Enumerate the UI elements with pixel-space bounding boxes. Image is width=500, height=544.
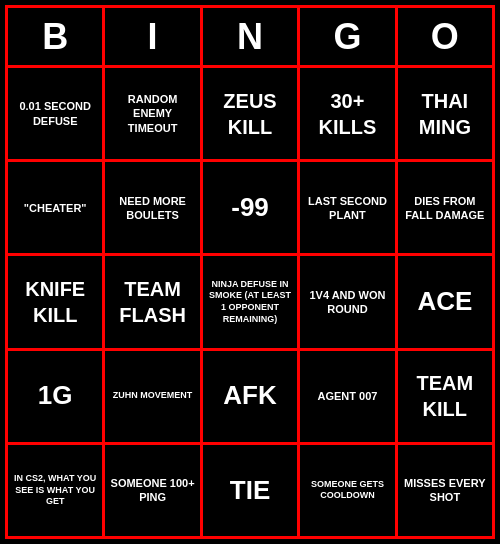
bingo-cell: ZUHN MOVEMENT <box>105 351 202 442</box>
bingo-cell: TIE <box>203 445 300 536</box>
cell-text: "CHEATER" <box>24 201 87 215</box>
cell-text: TEAM FLASH <box>109 276 195 328</box>
header-letter: I <box>105 8 202 65</box>
bingo-row: IN CS2, WHAT YOU SEE IS WHAT YOU GETSOME… <box>8 445 492 536</box>
bingo-row: 0.01 SECOND DEFUSERANDOM ENEMY TIMEOUTZE… <box>8 68 492 162</box>
bingo-cell: KNIFE KILL <box>8 256 105 347</box>
cell-text: LAST SECOND PLANT <box>304 194 390 223</box>
bingo-cell: 0.01 SECOND DEFUSE <box>8 68 105 159</box>
cell-text: ACE <box>417 285 472 319</box>
cell-text: IN CS2, WHAT YOU SEE IS WHAT YOU GET <box>12 473 98 508</box>
cell-text: RANDOM ENEMY TIMEOUT <box>109 92 195 135</box>
bingo-card: BINGO 0.01 SECOND DEFUSERANDOM ENEMY TIM… <box>5 5 495 539</box>
cell-text: 1V4 AND WON ROUND <box>304 288 390 317</box>
cell-text: TIE <box>230 474 270 508</box>
cell-text: DIES FROM FALL DAMAGE <box>402 194 488 223</box>
cell-text: AGENT 007 <box>317 389 377 403</box>
header-letter: B <box>8 8 105 65</box>
bingo-cell: LAST SECOND PLANT <box>300 162 397 253</box>
bingo-cell: THAI MING <box>398 68 492 159</box>
bingo-row: KNIFE KILLTEAM FLASHNINJA DEFUSE IN SMOK… <box>8 256 492 350</box>
bingo-cell: DIES FROM FALL DAMAGE <box>398 162 492 253</box>
bingo-cell: 1G <box>8 351 105 442</box>
bingo-cell: 30+ KILLS <box>300 68 397 159</box>
bingo-row: 1GZUHN MOVEMENTAFKAGENT 007TEAM KILL <box>8 351 492 445</box>
cell-text: ZUHN MOVEMENT <box>113 390 193 402</box>
cell-text: SOMEONE GETS COOLDOWN <box>304 479 390 502</box>
bingo-cell: NEED MORE BOULETS <box>105 162 202 253</box>
cell-text: THAI MING <box>402 88 488 140</box>
cell-text: NINJA DEFUSE IN SMOKE (AT LEAST 1 OPPONE… <box>207 279 293 326</box>
header-letter: O <box>398 8 492 65</box>
cell-text: 0.01 SECOND DEFUSE <box>12 99 98 128</box>
cell-text: TEAM KILL <box>402 370 488 422</box>
bingo-cell: IN CS2, WHAT YOU SEE IS WHAT YOU GET <box>8 445 105 536</box>
bingo-header: BINGO <box>8 8 492 68</box>
bingo-cell: ZEUS KILL <box>203 68 300 159</box>
cell-text: -99 <box>231 191 269 225</box>
cell-text: SOMEONE 100+ PING <box>109 476 195 505</box>
cell-text: MISSES EVERY SHOT <box>402 476 488 505</box>
bingo-cell: AFK <box>203 351 300 442</box>
bingo-cell: -99 <box>203 162 300 253</box>
bingo-cell: RANDOM ENEMY TIMEOUT <box>105 68 202 159</box>
cell-text: NEED MORE BOULETS <box>109 194 195 223</box>
cell-text: 30+ KILLS <box>304 88 390 140</box>
bingo-cell: TEAM KILL <box>398 351 492 442</box>
bingo-cell: MISSES EVERY SHOT <box>398 445 492 536</box>
cell-text: KNIFE KILL <box>12 276 98 328</box>
bingo-cell: TEAM FLASH <box>105 256 202 347</box>
bingo-cell: SOMEONE 100+ PING <box>105 445 202 536</box>
cell-text: AFK <box>223 379 276 413</box>
bingo-grid: 0.01 SECOND DEFUSERANDOM ENEMY TIMEOUTZE… <box>8 68 492 536</box>
bingo-cell: AGENT 007 <box>300 351 397 442</box>
bingo-cell: "CHEATER" <box>8 162 105 253</box>
cell-text: ZEUS KILL <box>207 88 293 140</box>
cell-text: 1G <box>38 379 73 413</box>
bingo-cell: SOMEONE GETS COOLDOWN <box>300 445 397 536</box>
header-letter: N <box>203 8 300 65</box>
bingo-cell: NINJA DEFUSE IN SMOKE (AT LEAST 1 OPPONE… <box>203 256 300 347</box>
header-letter: G <box>300 8 397 65</box>
bingo-cell: ACE <box>398 256 492 347</box>
bingo-row: "CHEATER"NEED MORE BOULETS-99LAST SECOND… <box>8 162 492 256</box>
bingo-cell: 1V4 AND WON ROUND <box>300 256 397 347</box>
